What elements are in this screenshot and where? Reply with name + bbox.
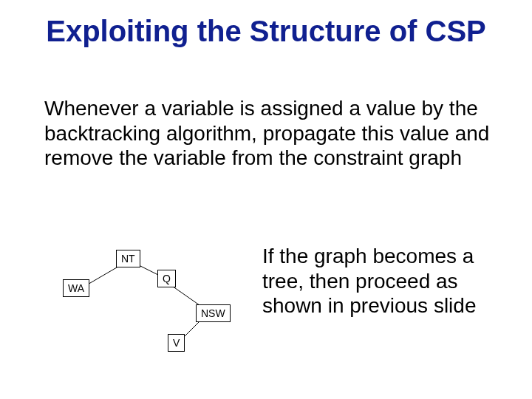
graph-node-q: Q (157, 270, 176, 287)
body-paragraph: Whenever a variable is assigned a value … (44, 96, 510, 171)
constraint-graph: NT WA Q NSW V (55, 244, 255, 369)
graph-node-v: V (168, 334, 185, 352)
side-paragraph: If the graph becomes a tree, then procee… (262, 244, 502, 318)
slide-title: Exploiting the Structure of CSP (0, 15, 532, 48)
slide: Exploiting the Structure of CSP Whenever… (0, 0, 532, 399)
graph-node-nt: NT (116, 250, 140, 267)
graph-node-wa: WA (63, 279, 89, 297)
graph-node-nsw: NSW (196, 304, 231, 322)
